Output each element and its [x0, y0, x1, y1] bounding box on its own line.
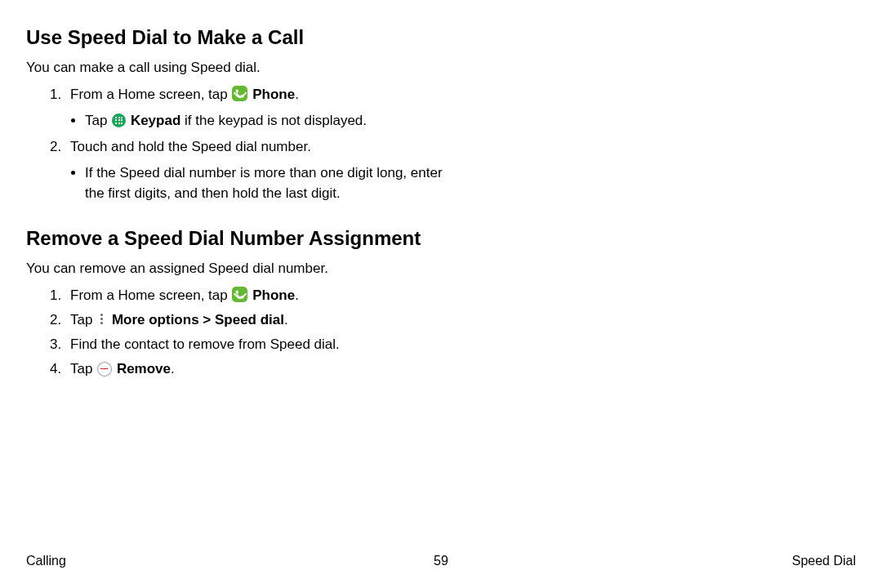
page-number: 59: [434, 554, 448, 568]
section2-intro: You can remove an assigned Speed dial nu…: [26, 261, 451, 277]
step-post: .: [295, 287, 299, 303]
list-item: Tap Remove.: [65, 361, 451, 377]
footer-left: Calling: [26, 554, 66, 568]
list-item: Touch and hold the Speed dial number. If…: [65, 139, 451, 203]
phone-icon: [232, 86, 247, 101]
step-text: From a Home screen, tap: [70, 87, 231, 102]
phone-icon: [232, 287, 247, 302]
keypad-label: Keypad: [131, 113, 180, 128]
step-text: From a Home screen, tap: [70, 287, 231, 303]
section-heading-remove-speed-dial: Remove a Speed Dial Number Assignment: [26, 227, 451, 251]
section1-steps: From a Home screen, tap Phone. Tap Keypa…: [65, 86, 451, 204]
list-item: Tap Keypad if the keypad is not displaye…: [85, 111, 451, 131]
sublist: Tap Keypad if the keypad is not displaye…: [85, 111, 451, 131]
list-item: Tap More options > Speed dial.: [65, 312, 451, 328]
remove-label: Remove: [117, 361, 171, 376]
bullet-text: If the Speed dial number is more than on…: [85, 165, 443, 201]
section1-intro: You can make a call using Speed dial.: [26, 60, 451, 76]
section2-steps: From a Home screen, tap Phone. Tap More …: [65, 287, 451, 377]
list-item: From a Home screen, tap Phone. Tap Keypa…: [65, 86, 451, 131]
more-options-label: More options > Speed dial: [112, 312, 284, 327]
step-post: .: [171, 361, 175, 376]
list-item: If the Speed dial number is more than on…: [85, 163, 451, 203]
step-text: Tap: [70, 312, 96, 327]
page-footer: Calling 59 Speed Dial: [26, 554, 856, 568]
step-post: .: [295, 87, 299, 102]
list-item: From a Home screen, tap Phone.: [65, 287, 451, 304]
section-heading-use-speed-dial: Use Speed Dial to Make a Call: [26, 26, 451, 50]
step-text: Find the contact to remove from Speed di…: [70, 336, 340, 352]
phone-label: Phone: [252, 87, 295, 102]
phone-label: Phone: [252, 287, 295, 303]
step-text: Touch and hold the Speed dial number.: [70, 139, 311, 154]
keypad-icon: [112, 114, 126, 127]
footer-right: Speed Dial: [792, 554, 856, 568]
remove-icon: [97, 362, 112, 376]
list-item: Find the contact to remove from Speed di…: [65, 336, 451, 353]
bullet-post: if the keypad is not displayed.: [180, 113, 367, 128]
step-text: Tap: [70, 361, 96, 376]
sublist: If the Speed dial number is more than on…: [85, 163, 451, 203]
bullet-text: Tap: [85, 113, 111, 128]
more-options-icon: [97, 313, 107, 327]
step-post: .: [284, 312, 288, 327]
